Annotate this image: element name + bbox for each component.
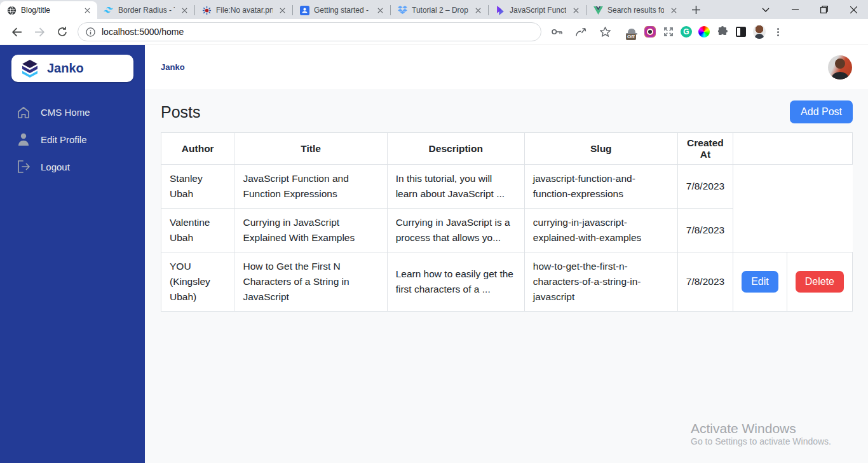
close-icon[interactable]	[82, 5, 92, 15]
extensions-area: Off G	[625, 25, 784, 38]
address-bar[interactable]: localhost:5000/home	[78, 22, 541, 41]
tab-tutorial-2[interactable]: Tutorial 2 – Dropb	[391, 1, 488, 19]
column-header-title: Title	[234, 133, 387, 165]
bookmark-star-icon[interactable]	[596, 23, 614, 41]
close-icon[interactable]	[571, 5, 581, 15]
camera-extension-icon[interactable]	[644, 25, 656, 38]
sidebar-nav: CMS Home Edit Profile Logout	[11, 106, 133, 173]
content: Posts Add Post Author Title Description …	[145, 89, 868, 463]
actions-header-cell	[733, 133, 853, 165]
tab-title: Tutorial 2 – Dropb	[412, 6, 468, 15]
cell-author: YOU (Kingsley Ubah)	[161, 252, 234, 312]
sidebar-item-edit-profile[interactable]: Edit Profile	[17, 133, 133, 146]
watermark-title: Activate Windows	[691, 421, 831, 436]
tailwind-icon	[104, 5, 114, 15]
minimize-button[interactable]	[780, 0, 810, 19]
dropbox-icon	[397, 5, 407, 15]
tab-title: JavaScript Functio	[510, 6, 566, 15]
cell-delete-action: Delete	[787, 252, 852, 312]
fullscreen-extension-icon[interactable]	[662, 25, 675, 38]
close-window-button[interactable]	[839, 0, 868, 19]
close-icon[interactable]	[473, 5, 483, 15]
omnibox-actions	[545, 23, 616, 41]
home-icon	[17, 106, 31, 118]
cell-title: Currying in JavaScript Explained With Ex…	[234, 209, 387, 252]
brand-card[interactable]: Janko	[11, 55, 133, 82]
cell-created-at: 7/8/2023	[677, 252, 733, 312]
window-controls	[751, 0, 868, 19]
user-avatar[interactable]	[828, 55, 852, 79]
app-root: Janko CMS Home Edit Profile Logout	[0, 45, 868, 463]
logout-icon	[17, 160, 31, 173]
new-tab-button[interactable]	[688, 1, 704, 18]
share-icon[interactable]	[572, 23, 590, 41]
janko-cube-logo-icon	[22, 60, 38, 78]
close-icon[interactable]	[668, 5, 679, 15]
column-header-slug: Slug	[524, 133, 677, 165]
tab-getting-started[interactable]: Getting started -	[293, 1, 390, 19]
sidebar-item-cms-home[interactable]: CMS Home	[17, 106, 133, 118]
back-icon[interactable]	[8, 23, 25, 41]
tab-title: Blog/title	[21, 6, 78, 15]
url-text[interactable]: localhost:5000/home	[102, 27, 184, 37]
cell-description: In this tutorial, you will learn about J…	[387, 165, 524, 209]
tab-search-results[interactable]: Search results for	[587, 1, 684, 19]
chevron-down-icon[interactable]	[751, 0, 780, 19]
sidebar-item-logout[interactable]: Logout	[17, 160, 133, 173]
table-row: Valentine Ubah Currying in JavaScript Ex…	[161, 209, 853, 252]
tab-javascript-function[interactable]: JavaScript Functio	[489, 1, 586, 19]
js-tutorial-icon	[495, 5, 505, 15]
browser-tab-strip: Blog/title Border Radius - Ta File:No av…	[0, 0, 868, 19]
cell-slug: how-to-get-the-first-n-characters-of-a-s…	[524, 252, 677, 312]
delete-button[interactable]: Delete	[796, 271, 844, 293]
top-navbar: Janko	[145, 45, 868, 89]
cell-author: Valentine Ubah	[161, 209, 234, 252]
cell-slug: javascript-function-and-function-express…	[524, 165, 677, 209]
dark-mode-extension-icon[interactable]	[735, 25, 747, 38]
add-post-button[interactable]: Add Post	[790, 100, 853, 123]
info-icon[interactable]	[86, 27, 95, 37]
sidebar-item-label: CMS Home	[41, 107, 90, 118]
cell-slug: currying-in-javascript-explained-with-ex…	[524, 209, 677, 252]
tab-blog-title[interactable]: Blog/title	[0, 1, 97, 19]
table-row: Stanley Ubah JavaScript Function and Fun…	[161, 165, 853, 209]
off-badge: Off	[626, 34, 636, 40]
navbar-brand[interactable]: Janko	[161, 62, 185, 72]
reload-icon[interactable]	[53, 23, 71, 41]
tab-title: File:No avatar.png	[216, 6, 273, 15]
color-wheel-extension-icon[interactable]	[698, 25, 710, 38]
tab-title: Getting started -	[314, 6, 370, 15]
close-icon[interactable]	[375, 5, 385, 15]
globe-icon	[6, 5, 17, 15]
posts-table: Author Title Description Slug Created At…	[161, 132, 853, 312]
cell-author: Stanley Ubah	[161, 165, 234, 209]
tab-file-no-avatar[interactable]: File:No avatar.png	[195, 1, 292, 19]
browser-profile-avatar[interactable]	[753, 25, 766, 38]
grammarly-extension-icon[interactable]: G	[681, 26, 692, 38]
sidebar-item-label: Logout	[41, 162, 70, 172]
cell-edit-action: Edit	[733, 252, 787, 312]
commons-icon	[201, 5, 212, 15]
close-icon[interactable]	[277, 5, 287, 15]
brand-name: Janko	[47, 61, 84, 76]
extensions-puzzle-icon[interactable]	[716, 25, 729, 38]
watermark-subtitle: Go to Settings to activate Windows.	[691, 436, 831, 446]
close-icon[interactable]	[179, 5, 189, 15]
password-key-icon[interactable]	[548, 23, 566, 41]
activate-windows-watermark: Activate Windows Go to Settings to activ…	[691, 421, 831, 446]
cell-title: JavaScript Function and Function Express…	[234, 165, 387, 209]
maximize-button[interactable]	[810, 0, 839, 19]
content-header: Posts Add Post	[161, 100, 853, 123]
cell-title: How to Get the First N Characters of a S…	[234, 252, 387, 312]
cell-description: Learn how to easily get the first charac…	[387, 252, 524, 312]
browser-toolbar: localhost:5000/home Off G	[0, 19, 868, 45]
blocker-off-extension-icon[interactable]: Off	[625, 25, 638, 38]
forward-icon[interactable]	[31, 23, 48, 41]
table-header-row: Author Title Description Slug Created At	[161, 133, 853, 165]
cell-created-at: 7/8/2023	[677, 165, 733, 209]
edit-button[interactable]: Edit	[742, 271, 778, 293]
browser-menu-icon[interactable]	[771, 25, 784, 38]
cell-created-at: 7/8/2023	[677, 209, 733, 252]
tab-border-radius[interactable]: Border Radius - Ta	[97, 1, 194, 19]
blue-app-icon	[299, 5, 309, 15]
